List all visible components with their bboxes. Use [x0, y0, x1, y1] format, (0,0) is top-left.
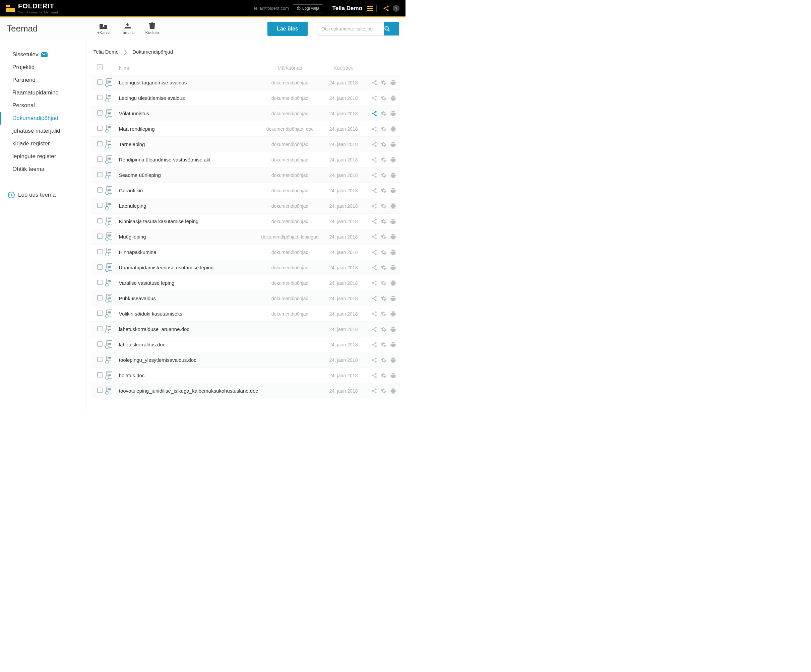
- print-icon[interactable]: [390, 218, 396, 224]
- row-checkbox[interactable]: [97, 95, 103, 100]
- settings-icon[interactable]: [381, 280, 387, 286]
- row-name[interactable]: Laenuleping: [118, 203, 258, 209]
- search-button[interactable]: [384, 22, 399, 36]
- print-icon[interactable]: [390, 265, 396, 271]
- settings-icon[interactable]: [381, 249, 387, 255]
- brand-logo[interactable]: FOLDERIT Your documents. Managed.: [6, 2, 59, 14]
- print-icon[interactable]: [390, 280, 396, 286]
- sidebar-item[interactable]: Raamatupidamine: [0, 86, 85, 99]
- share-icon[interactable]: [371, 126, 377, 132]
- new-folder-button[interactable]: +Kaust: [97, 22, 110, 35]
- print-icon[interactable]: [390, 126, 396, 132]
- table-row[interactable]: toovotuleping_juriidilise_isikuga_kaibem…: [91, 383, 400, 398]
- account-name[interactable]: Telia Demo: [333, 5, 362, 12]
- share-icon[interactable]: [371, 372, 377, 379]
- share-icon[interactable]: [371, 141, 377, 147]
- table-row[interactable]: Rendipinna üleandmise-vastuvõtmise aktdo…: [91, 152, 400, 167]
- sidebar-item[interactable]: Partnerid: [0, 74, 85, 86]
- share-icon[interactable]: [371, 95, 377, 101]
- select-all-checkbox[interactable]: [97, 64, 103, 70]
- print-icon[interactable]: [390, 234, 396, 240]
- document-icon[interactable]: [106, 294, 112, 301]
- row-name[interactable]: Müügileping: [118, 234, 258, 240]
- row-checkbox[interactable]: [97, 125, 103, 131]
- row-checkbox[interactable]: [97, 311, 103, 316]
- sidebar-item[interactable]: kirjade register: [0, 137, 85, 150]
- table-row[interactable]: Kinnisasja tasuta kasutamise lepingdokum…: [91, 213, 400, 229]
- print-icon[interactable]: [390, 295, 396, 301]
- row-checkbox[interactable]: [97, 326, 103, 331]
- print-icon[interactable]: [390, 342, 396, 348]
- settings-icon[interactable]: [381, 188, 387, 194]
- share-icon[interactable]: [371, 218, 377, 224]
- search-input[interactable]: [317, 22, 384, 36]
- print-icon[interactable]: [390, 95, 396, 101]
- document-icon[interactable]: [106, 310, 112, 317]
- print-icon[interactable]: [390, 311, 396, 317]
- document-icon[interactable]: [106, 387, 112, 394]
- share-icon[interactable]: [371, 357, 377, 363]
- table-row[interactable]: Hinnapakkuminedokumendipõhjad24. jaan 20…: [91, 244, 400, 260]
- print-icon[interactable]: [390, 157, 396, 163]
- table-row[interactable]: Volikiri sõiduki kasutamiseksdokumendipõ…: [91, 306, 400, 321]
- help-button[interactable]: ?: [393, 5, 399, 12]
- settings-icon[interactable]: [381, 218, 387, 224]
- row-name[interactable]: Rendipinna üleandmise-vastuvõtmise akt: [118, 157, 258, 162]
- document-icon[interactable]: [106, 125, 112, 132]
- col-name[interactable]: Nimi: [118, 65, 258, 71]
- row-checkbox[interactable]: [97, 341, 103, 347]
- table-row[interactable]: Puhkuseavaldusdokumendipõhjad24. jaan 20…: [91, 290, 400, 306]
- row-checkbox[interactable]: [97, 80, 103, 85]
- document-icon[interactable]: [106, 94, 112, 101]
- print-icon[interactable]: [390, 80, 396, 86]
- table-row[interactable]: hoiatus.doc24. jaan 2018: [91, 367, 400, 383]
- table-row[interactable]: Laenulepingdokumendipõhjad24. jaan 2018: [91, 198, 400, 213]
- row-name[interactable]: Maa rendileping: [118, 126, 258, 132]
- share-icon[interactable]: [371, 265, 377, 271]
- print-icon[interactable]: [390, 141, 396, 147]
- print-icon[interactable]: [390, 326, 396, 332]
- row-name[interactable]: Varalise vastutuse leping: [118, 280, 258, 286]
- row-checkbox[interactable]: [97, 203, 103, 208]
- new-topic-button[interactable]: +Loo uus teema: [0, 186, 85, 198]
- settings-icon[interactable]: [381, 172, 387, 178]
- share-icon[interactable]: [371, 110, 377, 117]
- document-icon[interactable]: [106, 232, 112, 240]
- row-name[interactable]: lahetuskorraldus.doc: [118, 342, 258, 347]
- print-icon[interactable]: [390, 110, 396, 117]
- share-icon[interactable]: [371, 80, 377, 86]
- settings-icon[interactable]: [381, 234, 387, 240]
- share-icon[interactable]: [371, 311, 377, 317]
- settings-icon[interactable]: [381, 95, 387, 101]
- table-row[interactable]: Lepingu ülesütlemise avaldusdokumendipõh…: [91, 90, 400, 105]
- document-icon[interactable]: [106, 156, 112, 163]
- sidebar-item[interactable]: Dokumendipõhjad: [0, 112, 85, 125]
- table-row[interactable]: lahetuskorralduse_aruanne.doc24. jaan 20…: [91, 321, 400, 337]
- document-icon[interactable]: [106, 356, 112, 363]
- sidebar-item[interactable]: Projektid: [0, 61, 85, 74]
- row-checkbox[interactable]: [97, 141, 103, 146]
- settings-icon[interactable]: [381, 295, 387, 301]
- row-name[interactable]: Raamatupidamisteenuse osutamise leping: [118, 265, 258, 270]
- sidebar-item[interactable]: Ohtlik teema: [0, 163, 85, 176]
- settings-icon[interactable]: [381, 203, 387, 209]
- upload-button[interactable]: Lae üles: [267, 22, 308, 36]
- settings-icon[interactable]: [381, 311, 387, 317]
- row-name[interactable]: toolepingu_ylesytlemisavaldus.doc: [118, 357, 258, 363]
- document-icon[interactable]: [106, 325, 112, 332]
- col-date[interactable]: Kuupäev: [322, 65, 365, 71]
- settings-icon[interactable]: [381, 357, 387, 363]
- document-icon[interactable]: [106, 140, 112, 147]
- table-row[interactable]: Seadme üürilepingdokumendipõhjad24. jaan…: [91, 167, 400, 183]
- settings-icon[interactable]: [381, 326, 387, 332]
- share-icon[interactable]: [371, 203, 377, 209]
- row-name[interactable]: Tarneleping: [118, 141, 258, 147]
- share-icon[interactable]: [371, 234, 377, 240]
- row-checkbox[interactable]: [97, 357, 103, 362]
- share-icon[interactable]: [371, 295, 377, 301]
- share-icon[interactable]: [371, 157, 377, 163]
- table-row[interactable]: Garantiikiridokumendipõhjad24. jaan 2018: [91, 183, 400, 198]
- sidebar-item[interactable]: Personal: [0, 99, 85, 112]
- row-name[interactable]: Seadme üürileping: [118, 172, 258, 178]
- logout-button[interactable]: ⏻ Logi välja: [293, 4, 323, 12]
